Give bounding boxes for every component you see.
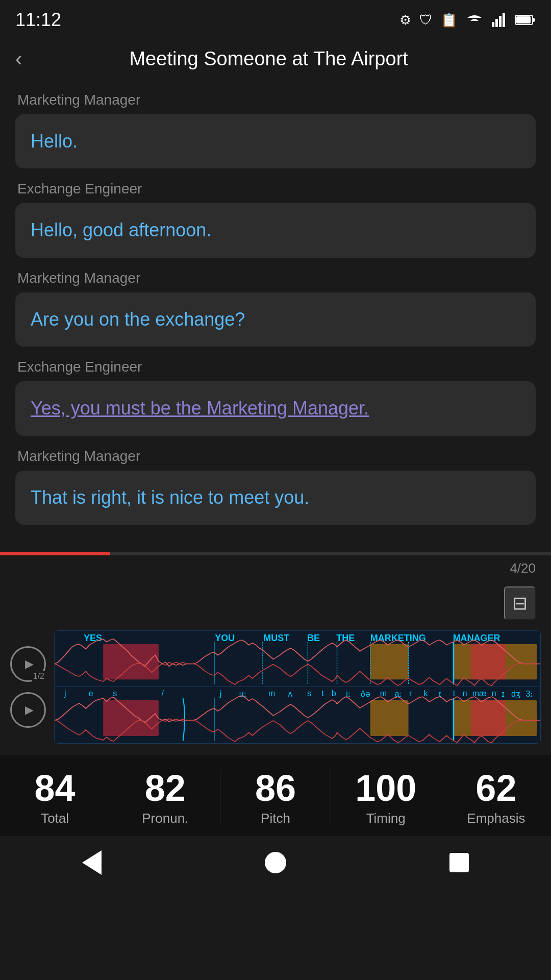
content-area: Marketing Manager Hello. Exchange Engine… bbox=[0, 82, 551, 547]
signal-icon bbox=[492, 13, 507, 27]
score-timing-label: Timing bbox=[366, 811, 406, 826]
svg-rect-2 bbox=[499, 16, 502, 27]
nav-home-button[interactable] bbox=[255, 847, 296, 878]
score-pronun-value: 82 bbox=[145, 770, 186, 806]
score-emphasis: 62 Emphasis bbox=[441, 770, 551, 826]
dialogue-text-2: Hello, good afternoon. bbox=[31, 219, 211, 240]
nav-stop-button[interactable] bbox=[439, 847, 480, 878]
subtitle-icon-area: ⊟ bbox=[0, 581, 551, 630]
score-pitch-value: 86 bbox=[255, 770, 296, 806]
wifi-icon bbox=[465, 13, 484, 27]
svg-rect-3 bbox=[503, 13, 505, 27]
svg-rect-21 bbox=[471, 700, 506, 736]
svg-rect-7 bbox=[370, 644, 409, 679]
speed-label: 1/2 bbox=[32, 671, 45, 681]
status-bar: 11:12 ⚙ 🛡 📋 bbox=[0, 0, 551, 36]
svg-rect-5 bbox=[533, 18, 535, 22]
dialogue-box-4[interactable]: Yes, you must be the Marketing Manager. bbox=[15, 381, 536, 435]
nav-back-button[interactable] bbox=[71, 847, 112, 878]
dialogue-box-2[interactable]: Hello, good afternoon. bbox=[15, 203, 536, 257]
speaker-label-3: Marketing Manager bbox=[17, 270, 536, 286]
shield-icon: 🛡 bbox=[419, 12, 433, 28]
waveform-bottom: j e s / j uː m ʌ s t b iː ðə m aː r k ɪ … bbox=[55, 687, 540, 743]
score-pitch: 86 Pitch bbox=[220, 770, 331, 826]
svg-rect-0 bbox=[492, 22, 494, 27]
svg-rect-9 bbox=[103, 644, 159, 679]
waveform-section: 1/2 YES YOU MUST BE THE MARKETING MANAGE… bbox=[0, 630, 551, 754]
back-button[interactable]: ‹ bbox=[15, 48, 22, 69]
status-time: 11:12 bbox=[15, 9, 61, 31]
progress-bar-container bbox=[0, 552, 551, 555]
back-triangle-icon bbox=[82, 850, 102, 875]
score-timing: 100 Timing bbox=[331, 770, 441, 826]
play-normal-speed-button[interactable] bbox=[10, 692, 46, 728]
speaker-label-1: Marketing Manager bbox=[17, 92, 536, 108]
speaker-label-4: Exchange Engineer bbox=[17, 359, 536, 375]
dialogue-text-1: Hello. bbox=[31, 131, 78, 152]
score-pitch-label: Pitch bbox=[261, 811, 290, 826]
progress-bar-fill bbox=[0, 552, 110, 555]
battery-icon bbox=[515, 14, 536, 26]
play-buttons: 1/2 bbox=[10, 646, 46, 728]
stop-square-icon bbox=[449, 853, 469, 872]
speaker-label-5: Marketing Manager bbox=[17, 448, 536, 464]
speaker-label-2: Exchange Engineer bbox=[17, 181, 536, 197]
top-bar: ‹ Meeting Someone at The Airport bbox=[0, 36, 551, 82]
scores-section: 84 Total 82 Pronun. 86 Pitch 100 Timing … bbox=[0, 754, 551, 837]
score-emphasis-label: Emphasis bbox=[467, 811, 525, 826]
svg-rect-6 bbox=[516, 16, 531, 23]
subtitle-icon-button[interactable]: ⊟ bbox=[504, 586, 536, 620]
top-waveform-svg bbox=[55, 631, 540, 687]
home-circle-icon bbox=[265, 852, 286, 873]
clipboard-icon: 📋 bbox=[441, 12, 457, 28]
dialogue-box-5[interactable]: That is right, it is nice to meet you. bbox=[15, 471, 536, 525]
bottom-nav bbox=[0, 837, 551, 893]
page-title: Meeting Someone at The Airport bbox=[32, 48, 505, 70]
score-total-label: Total bbox=[41, 811, 69, 826]
dialogue-box-3[interactable]: Are you on the exchange? bbox=[15, 292, 536, 347]
progress-label: 4/20 bbox=[0, 555, 551, 581]
dialogue-text-3: Are you on the exchange? bbox=[31, 309, 245, 330]
score-emphasis-value: 62 bbox=[475, 770, 516, 806]
dialogue-box-1[interactable]: Hello. bbox=[15, 114, 536, 168]
status-icons: ⚙ 🛡 📋 bbox=[399, 12, 536, 28]
settings-icon: ⚙ bbox=[399, 12, 411, 28]
waveform-container: YES YOU MUST BE THE MARKETING MANAGER bbox=[54, 630, 541, 744]
svg-rect-18 bbox=[370, 700, 409, 736]
score-timing-value: 100 bbox=[355, 770, 416, 806]
score-total-value: 84 bbox=[35, 770, 76, 806]
svg-rect-1 bbox=[495, 19, 498, 27]
score-total: 84 Total bbox=[0, 770, 110, 826]
waveform-top: YES YOU MUST BE THE MARKETING MANAGER bbox=[55, 631, 540, 687]
svg-rect-10 bbox=[471, 644, 506, 679]
bottom-waveform-svg bbox=[55, 687, 540, 743]
dialogue-text-5: That is right, it is nice to meet you. bbox=[31, 487, 309, 508]
play-half-speed-button[interactable]: 1/2 bbox=[10, 646, 46, 682]
score-pronun-label: Pronun. bbox=[142, 811, 188, 826]
dialogue-text-4: Yes, you must be the Marketing Manager. bbox=[31, 398, 369, 419]
score-pronun: 82 Pronun. bbox=[110, 770, 220, 826]
